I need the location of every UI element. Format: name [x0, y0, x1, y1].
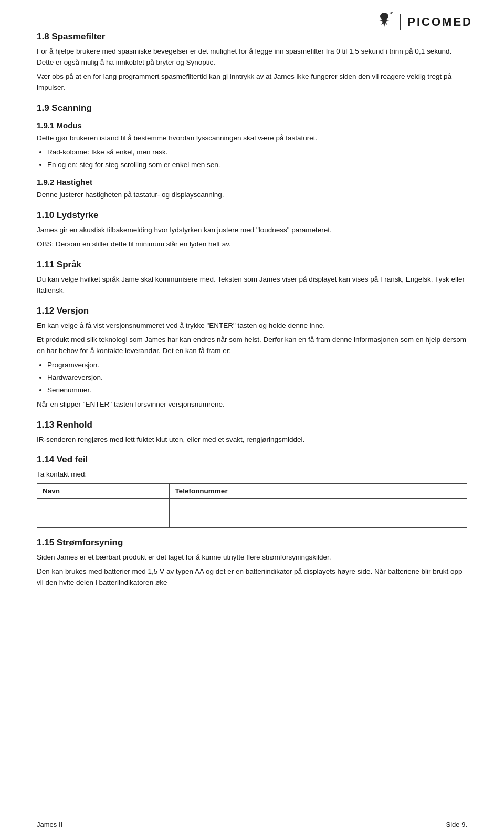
versjon-para3: Når en slipper "ENTER" tasten forsvinner… — [37, 399, 467, 410]
contact-table: Navn Telefonnummer — [37, 483, 467, 528]
page-footer: James II Side 9. — [0, 817, 504, 828]
heading-ved-feil: 1.14 Ved feil — [37, 454, 467, 465]
versjon-bullets: Programversjon. Hardwareversjon. Serienu… — [47, 360, 467, 396]
section-stromforsyning: 1.15 Strømforsyning Siden James er et bæ… — [37, 537, 467, 588]
heading-hastighet: 1.9.2 Hastighet — [37, 178, 467, 187]
heading-lydstyrke: 1.10 Lydstyrke — [37, 210, 467, 221]
section-scanning: 1.9 Scanning 1.9.1 Modus Dette gjør bruk… — [37, 103, 467, 201]
table-cell-navn-1 — [37, 499, 170, 513]
subsection-modus: 1.9.1 Modus Dette gjør brukeren istand t… — [37, 121, 467, 171]
section-renhold: 1.13 Renhold IR-senderen rengjøres med l… — [37, 420, 467, 446]
sprak-para: Du kan velge hvilket språk Jame skal kom… — [37, 274, 467, 296]
list-item: En og en: steg for steg scrolling som er… — [47, 160, 467, 171]
table-cell-telefon-2 — [170, 513, 467, 528]
section-versjon: 1.12 Versjon En kan velge å få vist vers… — [37, 306, 467, 410]
section-ved-feil: 1.14 Ved feil Ta kontakt med: Navn Telef… — [37, 454, 467, 528]
subsection-hastighet: 1.9.2 Hastighet Denne justerer hastighet… — [37, 178, 467, 201]
header-logo: PICOMED — [375, 11, 472, 33]
col-header-navn: Navn — [37, 484, 170, 499]
table-row — [37, 499, 467, 513]
heading-sprak: 1.11 Språk — [37, 260, 467, 270]
heading-renhold: 1.13 Renhold — [37, 420, 467, 430]
list-item: Hardwareversjon. — [47, 372, 467, 384]
col-header-telefon: Telefonnummer — [170, 484, 467, 499]
section-lydstyrke: 1.10 Lydstyrke James gir en akustisk til… — [37, 210, 467, 250]
heading-modus: 1.9.1 Modus — [37, 121, 467, 130]
hastighet-para: Denne justerer hastigheten på tastatur- … — [37, 190, 467, 201]
versjon-para1: En kan velge å få vist versjonsnummeret … — [37, 320, 467, 332]
list-item: Programversjon. — [47, 360, 467, 371]
renhold-para: IR-senderen rengjøres med lett fuktet kl… — [37, 434, 467, 446]
table-cell-telefon-1 — [170, 499, 467, 513]
section-sprak: 1.11 Språk Du kan velge hvilket språk Ja… — [37, 260, 467, 296]
page: PICOMED 1.8 Spasmefilter For å hjelpe br… — [0, 0, 504, 839]
list-item: Serienummer. — [47, 385, 467, 396]
logo-divider — [400, 14, 401, 30]
modus-bullets: Rad-kolonne: Ikke så enkel, men rask. En… — [47, 147, 467, 171]
bird-icon — [375, 11, 394, 33]
list-item: Rad-kolonne: Ikke så enkel, men rask. — [47, 147, 467, 158]
spasmefilter-para2: Vær obs på at en for lang programmert sp… — [37, 71, 467, 94]
stromforsyning-para2: Den kan brukes med batterier med 1,5 V a… — [37, 566, 467, 588]
table-cell-navn-2 — [37, 513, 170, 528]
lydstyrke-para2: OBS: Dersom en stiller dette til minimum… — [37, 239, 467, 250]
logo-text: PICOMED — [407, 15, 472, 29]
lydstyrke-para1: James gir en akustisk tilbakemelding hvo… — [37, 225, 467, 236]
table-row — [37, 513, 467, 528]
ved-feil-intro: Ta kontakt med: — [37, 469, 467, 480]
heading-scanning: 1.9 Scanning — [37, 103, 467, 113]
heading-versjon: 1.12 Versjon — [37, 306, 467, 316]
versjon-para2: Et produkt med slik teknologi som James … — [37, 335, 467, 357]
main-content: 1.8 Spasmefilter For å hjelpe brukere me… — [37, 32, 467, 588]
heading-stromforsyning: 1.15 Strømforsyning — [37, 537, 467, 548]
footer-left: James II — [37, 821, 62, 828]
table-header-row: Navn Telefonnummer — [37, 484, 467, 499]
modus-para: Dette gjør brukeren istand til å bestemm… — [37, 133, 467, 144]
spasmefilter-para1: For å hjelpe brukere med spasmiske beveg… — [37, 46, 467, 68]
footer-right: Side 9. — [446, 821, 467, 828]
stromforsyning-para1: Siden James er et bærbart produkt er det… — [37, 552, 467, 563]
heading-spasmefilter: 1.8 Spasmefilter — [37, 32, 467, 42]
section-spasmefilter: 1.8 Spasmefilter For å hjelpe brukere me… — [37, 32, 467, 94]
